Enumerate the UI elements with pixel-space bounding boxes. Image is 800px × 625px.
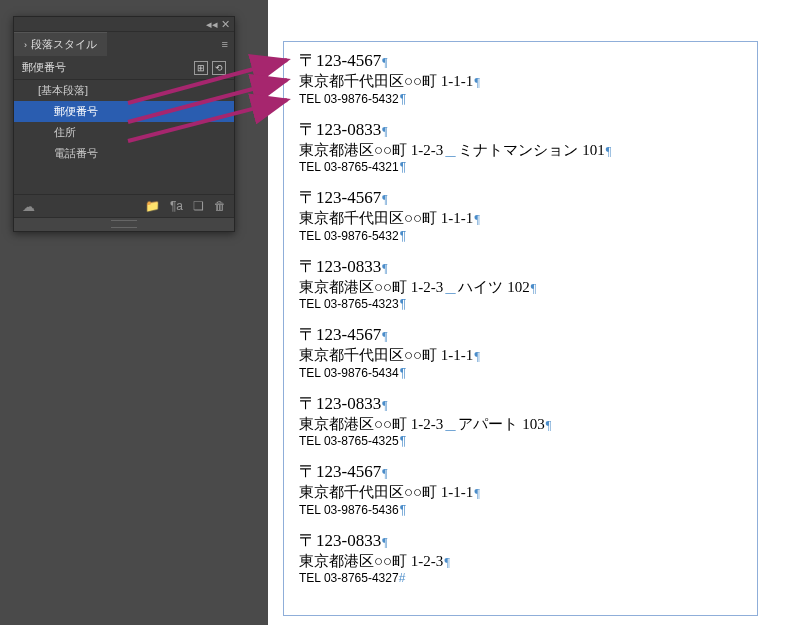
telephone-line[interactable]: TEL 03-8765-4323¶ xyxy=(299,297,742,311)
address-line[interactable]: 東京都港区○○町 1-2-3＿アパート 103¶ xyxy=(299,415,742,435)
new-style-group-icon[interactable]: ⊞ xyxy=(194,61,208,75)
telephone-line[interactable]: TEL 03-9876-5436¶ xyxy=(299,503,742,517)
clear-overrides-icon[interactable]: ⟲ xyxy=(212,61,226,75)
address-line[interactable]: 東京都港区○○町 1-2-3¶ xyxy=(299,552,742,572)
postal-code[interactable]: 〒123-4567¶ xyxy=(299,460,742,483)
address-record: 〒123-4567¶東京都千代田区○○町 1-1-1¶TEL 03-9876-5… xyxy=(299,460,742,517)
style-item-1[interactable]: 郵便番号 xyxy=(14,101,234,122)
address-line[interactable]: 東京都千代田区○○町 1-1-1¶ xyxy=(299,346,742,366)
telephone-line[interactable]: TEL 03-9876-5432¶ xyxy=(299,92,742,106)
postal-code[interactable]: 〒123-0833¶ xyxy=(299,529,742,552)
panel-titlebar[interactable]: ◂◂ ✕ xyxy=(14,17,234,32)
panel-footer: ☁ 📁 ¶a ❏ 🗑 xyxy=(14,194,234,217)
telephone-line[interactable]: TEL 03-9876-5432¶ xyxy=(299,229,742,243)
style-item-0[interactable]: [基本段落] xyxy=(14,80,234,101)
close-icon[interactable]: ✕ xyxy=(220,18,230,31)
postal-code[interactable]: 〒123-0833¶ xyxy=(299,392,742,415)
applied-style-row: 郵便番号 ⊞ ⟲ xyxy=(14,56,234,80)
address-record: 〒123-0833¶東京都港区○○町 1-2-3¶TEL 03-8765-432… xyxy=(299,529,742,586)
style-item-3[interactable]: 電話番号 xyxy=(14,143,234,164)
folder-icon[interactable]: 📁 xyxy=(145,199,160,213)
telephone-line[interactable]: TEL 03-8765-4327# xyxy=(299,571,742,585)
address-line[interactable]: 東京都港区○○町 1-2-3＿ミナトマンション 101¶ xyxy=(299,141,742,161)
address-record: 〒123-0833¶東京都港区○○町 1-2-3＿ハイツ 102¶TEL 03-… xyxy=(299,255,742,312)
address-record: 〒123-0833¶東京都港区○○町 1-2-3＿アパート 103¶TEL 03… xyxy=(299,392,742,449)
telephone-line[interactable]: TEL 03-9876-5434¶ xyxy=(299,366,742,380)
postal-code[interactable]: 〒123-4567¶ xyxy=(299,186,742,209)
paragraph-styles-panel: ◂◂ ✕ › 段落スタイル ≡ 郵便番号 ⊞ ⟲ [基本段落]郵便番号住所電話番… xyxy=(13,16,235,232)
postal-code[interactable]: 〒123-4567¶ xyxy=(299,49,742,72)
panel-tab-label: 段落スタイル xyxy=(31,37,97,52)
panel-tab-row: › 段落スタイル ≡ xyxy=(14,32,234,56)
panel-resize-grip[interactable] xyxy=(14,217,234,231)
trash-icon[interactable]: 🗑 xyxy=(214,199,226,213)
applied-style-name: 郵便番号 xyxy=(22,60,190,75)
style-list: [基本段落]郵便番号住所電話番号 xyxy=(14,80,234,164)
address-line[interactable]: 東京都千代田区○○町 1-1-1¶ xyxy=(299,483,742,503)
style-item-2[interactable]: 住所 xyxy=(14,122,234,143)
postal-code[interactable]: 〒123-4567¶ xyxy=(299,323,742,346)
cloud-icon[interactable]: ☁ xyxy=(22,199,35,214)
postal-code[interactable]: 〒123-0833¶ xyxy=(299,118,742,141)
telephone-line[interactable]: TEL 03-8765-4321¶ xyxy=(299,160,742,174)
collapse-icon[interactable]: ◂◂ xyxy=(206,18,216,31)
address-record: 〒123-4567¶東京都千代田区○○町 1-1-1¶TEL 03-9876-5… xyxy=(299,323,742,380)
address-line[interactable]: 東京都港区○○町 1-2-3＿ハイツ 102¶ xyxy=(299,278,742,298)
chevron-icon: › xyxy=(24,40,27,50)
clear-overrides-foot-icon[interactable]: ¶a xyxy=(170,199,183,213)
new-style-icon[interactable]: ❏ xyxy=(193,199,204,213)
panel-menu-icon[interactable]: ≡ xyxy=(216,38,234,50)
text-frame[interactable]: 〒123-4567¶東京都千代田区○○町 1-1-1¶TEL 03-9876-5… xyxy=(283,41,758,616)
address-record: 〒123-4567¶東京都千代田区○○町 1-1-1¶TEL 03-9876-5… xyxy=(299,49,742,106)
address-line[interactable]: 東京都千代田区○○町 1-1-1¶ xyxy=(299,209,742,229)
address-record: 〒123-0833¶東京都港区○○町 1-2-3＿ミナトマンション 101¶TE… xyxy=(299,118,742,175)
address-record: 〒123-4567¶東京都千代田区○○町 1-1-1¶TEL 03-9876-5… xyxy=(299,186,742,243)
postal-code[interactable]: 〒123-0833¶ xyxy=(299,255,742,278)
telephone-line[interactable]: TEL 03-8765-4325¶ xyxy=(299,434,742,448)
address-line[interactable]: 東京都千代田区○○町 1-1-1¶ xyxy=(299,72,742,92)
panel-tab[interactable]: › 段落スタイル xyxy=(14,32,107,56)
